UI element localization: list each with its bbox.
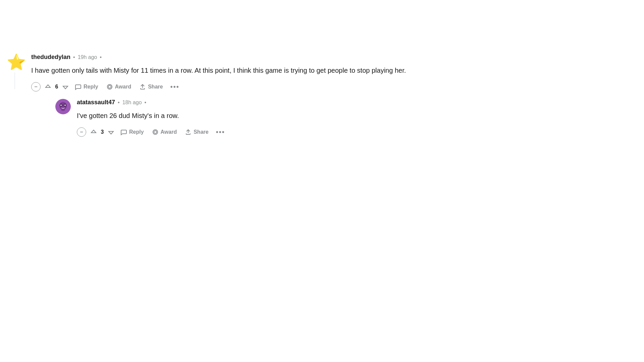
svg-point-7 [61, 109, 65, 111]
reply-award-label-1: Award [161, 129, 177, 135]
timestamp-1: 19h ago [78, 54, 97, 60]
vote-count-1: 6 [54, 84, 59, 90]
svg-point-5 [60, 105, 62, 106]
reply-action-bar-1: − 3 [77, 127, 637, 137]
action-bar-1: − 6 [31, 81, 637, 92]
reply-text-1: I've gotten 26 dud Misty's in a row. [77, 111, 546, 121]
meta-dot-2: • [100, 54, 102, 60]
page-container: ⭐ thedudedylan • 19h ago • I have gotten… [0, 0, 644, 151]
upvote-button-1[interactable] [43, 82, 53, 92]
reply-vote-count-1: 3 [100, 129, 105, 135]
reply-downvote-button-1[interactable] [106, 127, 116, 137]
share-label-1: Share [148, 84, 163, 90]
reply-inner-1: atatassault47 • 18h ago • I've gotten 26… [55, 99, 637, 137]
comment-1: ⭐ thedudedylan • 19h ago • I have gotten… [7, 54, 637, 137]
reply-collapse-button-1[interactable]: − [77, 127, 86, 137]
reply-share-button-1[interactable]: Share [181, 127, 212, 137]
reply-reply-label-1: Reply [129, 129, 144, 135]
comment-body-1: thedudedylan • 19h ago • I have gotten o… [30, 54, 637, 137]
svg-point-1 [108, 85, 111, 88]
svg-point-9 [154, 131, 157, 133]
collapse-button-1[interactable]: − [31, 82, 41, 92]
avatar-circle-reply-1 [55, 99, 71, 114]
reply-upvote-button-1[interactable] [89, 127, 98, 137]
reply-username-1: atatassault47 [77, 99, 115, 106]
downvote-button-1[interactable] [61, 82, 70, 92]
comment-text-1: I have gotten only tails with Misty for … [31, 65, 501, 75]
reply-vote-section-1: 3 [89, 127, 116, 137]
reply-reply-button-1[interactable]: Reply [117, 127, 147, 137]
reply-meta-1: atatassault47 • 18h ago • [77, 99, 637, 106]
reply-label-1: Reply [84, 84, 98, 90]
share-button-1[interactable]: Share [136, 81, 166, 92]
more-button-1[interactable]: ••• [168, 82, 182, 92]
reply-timestamp-1: 18h ago [122, 100, 142, 106]
avatar-star-icon: ⭐ [7, 54, 26, 70]
comment-thread: ⭐ thedudedylan • 19h ago • I have gotten… [7, 54, 637, 137]
reply-share-label-1: Share [194, 129, 208, 135]
thread-line [14, 72, 15, 89]
reply-more-button-1[interactable]: ••• [213, 127, 228, 137]
svg-point-6 [64, 105, 66, 106]
comment-meta-1: thedudedylan • 19h ago • [31, 54, 637, 61]
username-1: thedudedylan [31, 54, 70, 61]
award-label-1: Award [115, 84, 131, 90]
award-button-1[interactable]: Award [103, 81, 135, 92]
reply-body-1: atatassault47 • 18h ago • I've gotten 26… [75, 99, 637, 137]
reply-award-button-1[interactable]: Award [149, 127, 180, 137]
reply-button-1[interactable]: Reply [71, 81, 102, 92]
meta-dot-1: • [73, 54, 75, 60]
reply-meta-dot-2: • [145, 100, 147, 106]
vote-section-1: 6 [43, 82, 70, 92]
reply-1: atatassault47 • 18h ago • I've gotten 26… [55, 99, 637, 137]
reply-meta-dot-1: • [118, 100, 120, 106]
